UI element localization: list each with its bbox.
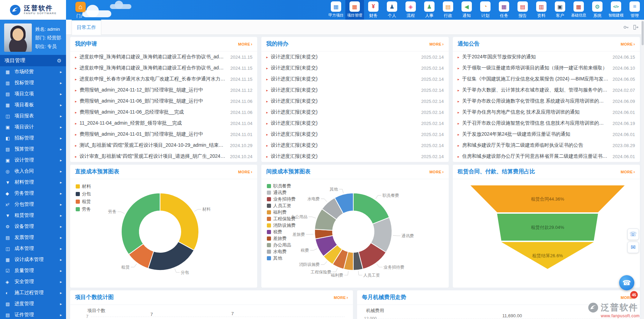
sidebar-item-招标管理[interactable]: ◧招标管理▸: [0, 133, 66, 144]
list-item[interactable]: ▸设计进度汇报(未提交)2025.02.14: [266, 107, 444, 118]
sidebar-item-进度管理[interactable]: ▧进度管理▸: [0, 298, 66, 309]
sidebar-item-投标管理[interactable]: ▥投标管理▸: [0, 77, 66, 88]
legend-item-福利费[interactable]: 福利费: [267, 209, 296, 215]
legend-item-差旅费[interactable]: 差旅费: [267, 235, 296, 242]
sidebar-item-证件管理[interactable]: ▤证件管理▸: [0, 309, 66, 319]
list-item[interactable]: ▸关于发放2024年第24批一级建造师注册证书的通知2024.06.01: [458, 129, 635, 140]
list-item[interactable]: ▸关于举办住房与房地产信息化 技术及应用培训班的通知2024.06.01: [458, 107, 635, 118]
legend-item-其他[interactable]: 其他: [267, 255, 296, 261]
tab-daily-work[interactable]: 日常工作: [72, 20, 101, 35]
lease-funnel-chart[interactable]: 租赁合同44.36%租赁付款29.04%租赁结算26.6%: [453, 179, 640, 288]
list-item[interactable]: ▸设计进度汇报(未提交)2025.02.14: [266, 74, 444, 85]
list-item[interactable]: ▸费用报销_admin_2024-11-01_部门经理审批_胡建_运行中2024…: [75, 129, 252, 140]
topnav-项目管理[interactable]: ▦项目管理: [345, 0, 364, 20]
topnav-智能建模[interactable]: </>智能建模: [607, 0, 625, 20]
sidebar-item-预算管理[interactable]: ▤预算管理▸: [0, 144, 66, 155]
topnav-基础信息[interactable]: ▦基础信息: [569, 0, 588, 20]
sidebar-item-收入合同[interactable]: ◎收入合同▸: [0, 166, 66, 177]
list-item[interactable]: ▸房和城乡建设厅关于取消二级建造师临时执业证书的公告2023.08.29: [458, 140, 635, 151]
legend-item-租赁[interactable]: 租赁: [76, 198, 91, 205]
sidebar-item-分包管理[interactable]: x²分包管理▸: [0, 199, 66, 210]
topnav-客户[interactable]: ▣客户: [551, 0, 569, 20]
list-item[interactable]: ▸设计进度汇报(未提交)2025.02.14: [266, 151, 444, 162]
sidebar-item-设备管理[interactable]: ⚙设备管理▸: [0, 221, 66, 232]
list-item[interactable]: ▸关于举办市政公用设施数字化管理信息 系统建设与应用培训班的通知2024.06.…: [458, 96, 635, 107]
sidebar-item-成本管理[interactable]: ◫成本管理▸: [0, 243, 66, 254]
sidebar-item-设计成本管理[interactable]: ▦设计成本管理▸: [0, 254, 66, 265]
more-link[interactable]: MORE›: [429, 42, 444, 46]
topnav-甲方项目[interactable]: ▦甲方项目: [327, 0, 345, 20]
gear-icon[interactable]: ⚙: [57, 58, 62, 64]
legend-item-通讯费[interactable]: 通讯费: [267, 189, 296, 196]
sidebar-item-项目报表[interactable]: ◫项目报表▸: [0, 110, 66, 122]
sidebar-item-发票管理[interactable]: ▤发票管理▸: [0, 232, 66, 243]
more-link[interactable]: MORE›: [620, 42, 635, 46]
legend-item-劳务[interactable]: 劳务: [76, 205, 91, 213]
legend-item-材料[interactable]: 材料: [76, 183, 91, 190]
legend-item-人员工资[interactable]: 人员工资: [267, 202, 296, 209]
legend-item-消防设施费[interactable]: 消防设施费: [267, 222, 296, 229]
topnav-管理[interactable]: ≡管理: [625, 0, 644, 20]
list-item[interactable]: ▸设计进度汇报(未提交)2025.02.14: [266, 62, 444, 74]
more-link[interactable]: MORE›: [238, 42, 253, 46]
topnav-资料[interactable]: ▥资料: [532, 0, 551, 20]
sidebar-item-市场经营[interactable]: ▦市场经营▸: [0, 66, 66, 77]
sidebar-item-项目看板[interactable]: ▦项目看板▸: [0, 99, 66, 110]
list-item[interactable]: ▸设计进度汇报(未提交)2025.02.14: [266, 51, 444, 62]
list-item[interactable]: ▸11_2024-11-04_admin_经营部_领导审批__完成2024.11…: [75, 118, 252, 129]
more-link[interactable]: MORE›: [238, 170, 253, 174]
topnav-个人[interactable]: ♟个人: [383, 0, 401, 20]
sidebar-item-项目设计[interactable]: ▣项目设计▸: [0, 122, 66, 133]
topnav-人事[interactable]: ♟人事: [420, 0, 439, 20]
list-item[interactable]: ▸设计进度汇报(未提交)2025.02.14: [266, 129, 444, 140]
notification-badge[interactable]: 45: [630, 291, 638, 299]
list-item[interactable]: ▸测试_彭祖新城“四馆”景观工程设计项目_2024-10-29_admin_结束…: [75, 140, 252, 151]
sidebar-item-劳务管理[interactable]: ◆劳务管理▸: [0, 188, 66, 199]
sidebar-item-安全管理[interactable]: ◈安全管理▸: [0, 276, 66, 287]
more-link[interactable]: MORE›: [429, 170, 444, 174]
project-count-bar-chart[interactable]: 项目个数777: [70, 305, 353, 319]
mail-icon[interactable]: ✉: [627, 242, 639, 253]
list-item[interactable]: ▸进度款申报_珠海鹤港口建设_珠海鹤港口建设工程合作协议书_admin_...2…: [75, 62, 252, 74]
more-link[interactable]: MORE›: [334, 296, 348, 300]
legend-item-工程保险费[interactable]: 工程保险费: [267, 215, 296, 222]
list-item[interactable]: ▸费用报销_admin_2024-11-06_总经理审批__完成2024.11.…: [75, 107, 252, 118]
list-item[interactable]: ▸设计进度汇报(未提交)2025.02.14: [266, 140, 444, 151]
customer-service-button[interactable]: ☎: [619, 275, 634, 290]
scrollbar-thumb[interactable]: [642, 21, 644, 45]
topnav-流程[interactable]: ◈流程: [401, 0, 420, 20]
topnav-财务[interactable]: ¥财务: [364, 0, 383, 20]
list-item[interactable]: ▸费用报销_admin_2024-11-06_部门经理审批_胡建_运行中2024…: [75, 96, 252, 107]
phone-icon[interactable]: ☏: [627, 229, 639, 240]
legend-item-职员餐费[interactable]: 职员餐费: [267, 183, 296, 189]
list-item[interactable]: ▸关于领取一级注册建造师培训项目的通知（须持一建证书前来领取）2024.06.1…: [458, 62, 635, 74]
list-item[interactable]: ▸于征集《中国建筑施工行业信息化发展报告 (2024) —BIM应用与发展》材料…: [458, 74, 635, 85]
sidebar-item-材料管理[interactable]: ▼材料管理▸: [0, 177, 66, 188]
exit-panel-icon[interactable]: [633, 25, 638, 30]
pie-slice-材料[interactable]: [160, 193, 199, 250]
sidebar-item-质量管理[interactable]: ☑质量管理▸: [0, 265, 66, 276]
sidebar-item-租赁管理[interactable]: ▼租赁管理▸: [0, 210, 66, 221]
list-item[interactable]: ▸设计进度汇报(未提交)2025.02.14: [266, 85, 444, 96]
list-item[interactable]: ▸设计审查_彭祖新城“四馆”景观工程设计项目_请选择_胡广生_2024-10-2…: [75, 151, 252, 162]
list-item[interactable]: ▸关于举办大数据、云计算技术在城市建设、规划、管理与服务中的应用培训班...20…: [458, 85, 635, 96]
topnav-portal[interactable]: ⌂ 门户: [71, 0, 90, 20]
legend-item-水电费[interactable]: 水电费: [267, 248, 296, 255]
topnav-报告[interactable]: ▤报告: [513, 0, 532, 20]
topnav-行政[interactable]: ▤行政: [439, 0, 457, 20]
list-item[interactable]: ▸进度款申报_长春市伊通河水力发电厂改建工程_长春市伊通河水力发电...2024…: [75, 74, 252, 85]
list-item[interactable]: ▸住房和城乡建设部办公厅关于同意吉林省开展二级建造师注册证书电子化试点...20…: [458, 151, 635, 162]
legend-item-业务招待费[interactable]: 业务招待费: [267, 196, 296, 202]
key-icon[interactable]: [623, 25, 629, 30]
sidebar-section-project-management[interactable]: 项目管理 ⚙: [0, 55, 66, 66]
legend-item-税费[interactable]: 税费: [267, 229, 296, 235]
list-item[interactable]: ▸关于2024年国庆节放假安排的通知2024.06.15: [458, 51, 635, 62]
list-item[interactable]: ▸进度款申报_珠海鹤港口建设_珠海鹤港口建设工程合作协议书_admin_...2…: [75, 51, 252, 62]
more-link[interactable]: MORE›: [620, 170, 635, 174]
topnav-通知[interactable]: ◀通知: [457, 0, 476, 20]
sidebar-item-设计管理[interactable]: ▣设计管理▸: [0, 155, 66, 166]
logo[interactable]: 泛普软件 FANPU SOFTWARE: [0, 0, 66, 20]
sidebar-item-项目立项[interactable]: ▤项目立项▸: [0, 88, 66, 99]
list-item[interactable]: ▸设计进度汇报(未提交)2025.02.14: [266, 118, 444, 129]
pie-slice-劳务[interactable]: [121, 193, 160, 254]
